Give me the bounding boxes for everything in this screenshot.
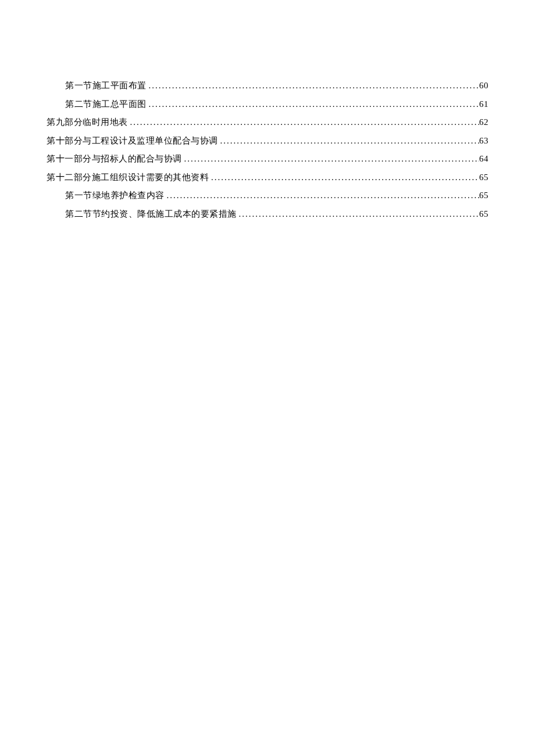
- toc-title: 第二节节约投资、降低施工成本的要紧措施: [65, 207, 237, 222]
- toc-page-number: 60: [479, 78, 488, 94]
- toc-title: 第十二部分施工组织设计需要的其他资料: [47, 170, 209, 185]
- toc-title: 第十部分与工程设计及监理单位配合与协调: [47, 134, 218, 149]
- toc-page-number: 64: [479, 152, 488, 167]
- toc-leader-dots: [218, 134, 480, 149]
- toc-page-number: 65: [479, 170, 488, 185]
- toc-leader-dots: [128, 115, 480, 130]
- toc-entry: 第二节节约投资、降低施工成本的要紧措施 65: [47, 207, 488, 222]
- toc-entry: 第二节施工总平面图 61: [47, 97, 488, 112]
- toc-entry: 第一节施工平面布置 60: [47, 78, 488, 94]
- toc-leader-dots: [182, 152, 480, 167]
- toc-page-number: 65: [479, 207, 488, 222]
- toc-entry: 第一节绿地养护检查内容 65: [47, 188, 488, 203]
- toc-entry: 第十部分与工程设计及监理单位配合与协调 63: [47, 134, 488, 149]
- toc-leader-dots: [237, 207, 480, 222]
- toc-leader-dots: [147, 97, 480, 112]
- toc-title: 第一节绿地养护检查内容: [65, 188, 165, 203]
- toc-entry: 第十二部分施工组织设计需要的其他资料 65: [47, 170, 488, 185]
- toc-title: 第一节施工平面布置: [65, 78, 147, 94]
- toc-leader-dots: [147, 78, 480, 94]
- toc-page-number: 62: [479, 115, 488, 130]
- toc-page-number: 63: [479, 134, 488, 149]
- toc-container: 第一节施工平面布置 60 第二节施工总平面图 61 第九部分临时用地表 62 第…: [0, 0, 535, 221]
- toc-entry: 第九部分临时用地表 62: [47, 115, 488, 130]
- toc-title: 第二节施工总平面图: [65, 97, 147, 112]
- toc-title: 第十一部分与招标人的配合与协调: [47, 152, 182, 167]
- toc-page-number: 65: [479, 188, 488, 203]
- toc-title: 第九部分临时用地表: [47, 115, 128, 130]
- toc-entry: 第十一部分与招标人的配合与协调 64: [47, 152, 488, 167]
- toc-leader-dots: [165, 188, 480, 203]
- toc-leader-dots: [209, 170, 479, 185]
- toc-page-number: 61: [479, 97, 488, 112]
